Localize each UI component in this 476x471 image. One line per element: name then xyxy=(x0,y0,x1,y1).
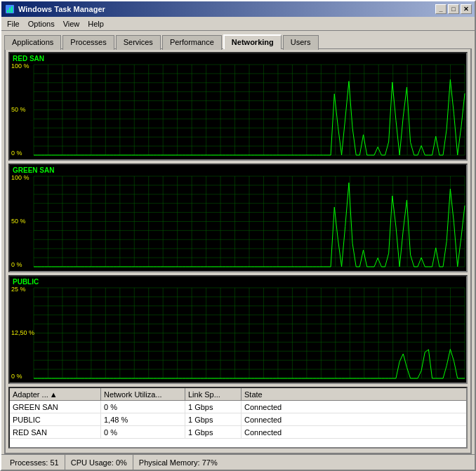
tab-services[interactable]: Services xyxy=(116,35,161,50)
table-row[interactable]: RED SAN 0 % 1 Gbps Connected xyxy=(10,426,466,439)
status-memory: Physical Memory: 77% xyxy=(133,455,223,470)
red-san-y-bot: 0 % xyxy=(11,150,29,157)
svg-rect-1 xyxy=(7,10,8,13)
cell-link-0: 1 Gbps xyxy=(185,401,242,413)
green-san-canvas xyxy=(10,165,466,271)
graph-green-san-label: GREEN SAN xyxy=(13,166,54,174)
cell-link-2: 1 Gbps xyxy=(185,426,242,438)
graph-public-label: PUBLIC xyxy=(13,278,39,286)
menu-view[interactable]: View xyxy=(59,18,84,29)
green-san-y-labels: 100 % 50 % 0 % xyxy=(11,165,29,271)
menu-options[interactable]: Options xyxy=(24,18,59,29)
svg-rect-3 xyxy=(11,6,13,13)
cell-adapter-0: GREEN SAN xyxy=(10,401,101,413)
graph-red-san: RED SAN 100 % 50 % 0 % xyxy=(8,52,468,161)
green-san-y-top: 100 % xyxy=(11,175,29,181)
tab-networking[interactable]: Networking xyxy=(223,34,282,49)
app-icon xyxy=(4,4,15,15)
red-san-y-labels: 100 % 50 % 0 % xyxy=(11,53,29,159)
tabs-bar: Applications Processes Services Performa… xyxy=(1,31,475,48)
cell-state-0: Connected xyxy=(242,401,466,413)
title-bar: Windows Task Manager _ □ ✕ xyxy=(1,1,475,17)
tab-applications[interactable]: Applications xyxy=(4,35,61,50)
table-header: Adapter ... ▲ Network Utiliza... Link Sp… xyxy=(10,388,466,401)
menu-bar: File Options View Help xyxy=(1,17,475,31)
network-table: Adapter ... ▲ Network Utiliza... Link Sp… xyxy=(8,387,468,449)
status-processes: Processes: 51 xyxy=(4,455,65,470)
window-controls: _ □ ✕ xyxy=(435,4,472,14)
table-row[interactable]: GREEN SAN 0 % 1 Gbps Connected xyxy=(10,401,466,413)
menu-help[interactable]: Help xyxy=(84,18,108,29)
cell-adapter-2: RED SAN xyxy=(10,426,101,438)
red-san-y-mid: 50 % xyxy=(11,107,29,113)
cell-adapter-1: PUBLIC xyxy=(10,413,101,425)
maximize-button[interactable]: □ xyxy=(448,4,459,14)
window-title: Windows Task Manager xyxy=(18,5,435,13)
content-area: RED SAN 100 % 50 % 0 % GREEN SAN 100 % 5… xyxy=(4,48,472,454)
red-san-canvas xyxy=(10,53,466,159)
minimize-button[interactable]: _ xyxy=(435,4,447,14)
tab-performance[interactable]: Performance xyxy=(162,35,222,50)
cell-link-1: 1 Gbps xyxy=(185,413,242,425)
cell-util-1: 1,48 % xyxy=(101,413,185,425)
tab-processes[interactable]: Processes xyxy=(62,35,114,50)
graph-public: PUBLIC 25 % 12,50 % 0 % xyxy=(8,275,468,384)
public-canvas xyxy=(10,277,466,383)
cell-util-2: 0 % xyxy=(101,426,185,438)
cell-util-0: 0 % xyxy=(101,401,185,413)
cell-state-2: Connected xyxy=(242,426,466,438)
status-cpu: CPU Usage: 0% xyxy=(65,455,133,470)
close-button[interactable]: ✕ xyxy=(461,4,472,14)
graph-green-san: GREEN SAN 100 % 50 % 0 % xyxy=(8,164,468,272)
col-header-link[interactable]: Link Sp... xyxy=(185,388,242,400)
table-row[interactable]: PUBLIC 1,48 % 1 Gbps Connected xyxy=(10,413,466,426)
menu-file[interactable]: File xyxy=(3,18,24,29)
col-header-util[interactable]: Network Utiliza... xyxy=(101,388,185,400)
green-san-y-bot: 0 % xyxy=(11,262,29,268)
status-bar: Processes: 51 CPU Usage: 0% Physical Mem… xyxy=(1,454,475,470)
red-san-y-top: 100 % xyxy=(11,63,29,69)
col-header-state[interactable]: State xyxy=(242,388,466,400)
col-header-adapter[interactable]: Adapter ... ▲ xyxy=(10,388,101,400)
tab-users[interactable]: Users xyxy=(283,35,319,50)
green-san-y-mid: 50 % xyxy=(11,218,29,225)
svg-rect-2 xyxy=(9,8,11,13)
public-y-bot: 0 % xyxy=(11,373,34,380)
public-y-labels: 25 % 12,50 % 0 % xyxy=(11,277,34,383)
public-y-top: 25 % xyxy=(11,286,34,293)
graph-red-san-label: RED SAN xyxy=(13,55,44,62)
cell-state-1: Connected xyxy=(242,413,466,425)
public-y-mid: 12,50 % xyxy=(11,330,34,336)
task-manager-window: Windows Task Manager _ □ ✕ File Options … xyxy=(0,0,476,471)
